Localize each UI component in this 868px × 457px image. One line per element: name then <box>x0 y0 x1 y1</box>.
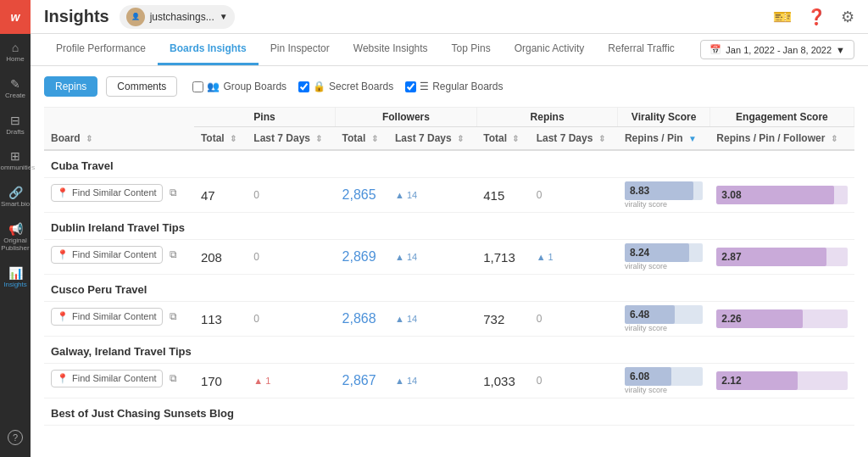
followers-total: 2,869 <box>336 240 388 275</box>
find-similar-label: Find Similar Content <box>72 311 157 321</box>
virality-score: 8.24 <box>630 247 649 259</box>
followers-last7-up: ▲ 14 <box>395 314 417 324</box>
followers-last7-header[interactable]: Last 7 Days ⇕ <box>388 127 476 151</box>
sidebar-label-publisher: Original Publisher <box>0 237 31 253</box>
board-col-header[interactable]: Board ⇕ <box>44 108 194 151</box>
pin-icon: 📍 <box>57 373 69 384</box>
tab-profile[interactable]: Profile Performance <box>44 34 158 65</box>
pins-last7-header[interactable]: Last 7 Days ⇕ <box>247 127 335 151</box>
engagement-bar: 2.26 <box>716 309 847 328</box>
tab-boards[interactable]: Boards Insights <box>158 34 259 65</box>
sidebar-label-smartbio: Smart.bio <box>1 201 30 209</box>
engagement-header[interactable]: Repins / Pin / Follower ⇕ <box>709 127 854 151</box>
followers-last7-cell: ▲ 14 <box>388 364 476 398</box>
sidebar-item-drafts[interactable]: ⊟ Drafts <box>0 107 31 143</box>
account-selector[interactable]: 👤 justchasings... ▼ <box>120 5 235 29</box>
help-header-icon[interactable]: ❓ <box>807 8 826 26</box>
nav-tabs: Profile Performance Boards Insights Pin … <box>31 34 868 66</box>
pins-total: 113 <box>194 302 247 337</box>
pins-last7-cell: 0 <box>247 302 335 337</box>
filter-row: Repins Comments 👥 Group Boards 🔒 Secret … <box>44 76 854 97</box>
pins-last7-cell: 0 <box>247 240 335 275</box>
main-content: Insights 👤 justchasings... ▼ 🎫 ❓ ⚙ Profi… <box>31 0 868 457</box>
followers-last7-cell: ▲ 14 <box>388 178 476 213</box>
repins-button[interactable]: Repins <box>44 76 97 97</box>
sidebar-item-insights[interactable]: 📊 Insights <box>0 259 31 296</box>
repins-total-header[interactable]: Total ⇕ <box>476 127 529 151</box>
board-name: Cusco Peru Travel <box>44 275 854 302</box>
date-range-picker[interactable]: 📅 Jan 1, 2022 - Jan 8, 2022 ▼ <box>700 40 854 59</box>
repins-last7-cell: 0 <box>530 302 618 337</box>
virality-header[interactable]: Repins / Pin ▼ <box>618 127 709 151</box>
sidebar-label-create: Create <box>5 92 25 100</box>
repins-last7-cell: 0 <box>530 364 618 398</box>
find-similar-button[interactable]: 📍 Find Similar Content <box>51 308 163 326</box>
find-similar-label: Find Similar Content <box>72 187 157 198</box>
account-name: justchasings... <box>150 11 214 23</box>
date-range-text: Jan 1, 2022 - Jan 8, 2022 <box>726 45 832 55</box>
tab-top-pins[interactable]: Top Pins <box>440 34 503 65</box>
engagement-bar: 2.87 <box>716 248 847 266</box>
virality-score: 6.48 <box>630 309 649 320</box>
pins-total-header[interactable]: Total ⇕ <box>194 127 247 151</box>
followers-total: 2,867 <box>336 364 388 398</box>
secret-boards-label: Secret Boards <box>329 81 393 92</box>
virality-score: 6.08 <box>630 371 649 382</box>
group-boards-checkbox[interactable] <box>192 81 203 92</box>
sidebar-label-communities: Communities <box>0 164 35 172</box>
group-boards-icon: 👥 <box>207 81 220 92</box>
action-row: 📍 Find Similar Content ⧉ <box>51 308 187 331</box>
followers-total: 2,868 <box>336 302 388 337</box>
engagement-score: 2.26 <box>721 313 741 325</box>
sidebar-item-communities[interactable]: ⊞ Communities <box>0 142 31 179</box>
group-boards-label: Group Boards <box>223 81 287 92</box>
sidebar-item-create[interactable]: ✎ Create <box>0 70 31 107</box>
boards-table-wrap: Board ⇕ Pins Followers Repins Virality S… <box>44 107 854 426</box>
action-row: 📍 Find Similar Content ⧉ <box>51 184 187 207</box>
home-icon: ⌂ <box>12 41 19 54</box>
tab-website[interactable]: Website Insights <box>342 34 440 65</box>
help-icon: ? <box>8 430 23 445</box>
group-boards-filter[interactable]: 👥 Group Boards <box>192 81 287 92</box>
sidebar-item-help[interactable]: ? <box>0 423 31 452</box>
repins-last7: 0 <box>537 313 542 325</box>
tab-referral[interactable]: Referral Traffic <box>596 34 686 65</box>
followers-total-header[interactable]: Total ⇕ <box>336 127 388 151</box>
secret-boards-filter[interactable]: 🔒 Secret Boards <box>298 81 393 92</box>
followers-total: 2,865 <box>336 178 388 213</box>
regular-boards-checkbox[interactable] <box>405 81 416 92</box>
find-similar-button[interactable]: 📍 Find Similar Content <box>51 370 163 387</box>
tab-pin-inspector[interactable]: Pin Inspector <box>259 34 342 65</box>
pins-last7-up: ▲ 1 <box>253 376 270 386</box>
repins-group-header: Repins <box>476 108 618 127</box>
comments-button[interactable]: Comments <box>106 76 177 97</box>
sidebar-item-publisher[interactable]: 📢 Original Publisher <box>0 215 31 259</box>
find-similar-button[interactable]: 📍 Find Similar Content <box>51 184 163 202</box>
virality-label: virality score <box>625 386 703 394</box>
repins-last7-header[interactable]: Last 7 Days ⇕ <box>530 127 618 151</box>
followers-group-header: Followers <box>336 108 477 127</box>
settings-icon[interactable]: ⚙ <box>841 8 854 26</box>
open-link-icon[interactable]: ⧉ <box>170 372 177 384</box>
sidebar-item-home[interactable]: ⌂ Home <box>0 34 31 70</box>
app-logo: w <box>0 0 31 34</box>
tab-organic[interactable]: Organic Activity <box>503 34 597 65</box>
engagement-score: 3.08 <box>721 189 741 201</box>
sidebar-item-smartbio[interactable]: 🔗 Smart.bio <box>0 179 31 215</box>
open-link-icon[interactable]: ⧉ <box>170 248 177 260</box>
pins-group-header: Pins <box>194 108 336 127</box>
followers-last7-up: ▲ 14 <box>395 376 417 386</box>
boards-table: Board ⇕ Pins Followers Repins Virality S… <box>44 107 854 426</box>
secret-boards-checkbox[interactable] <box>298 81 309 92</box>
find-similar-label: Find Similar Content <box>72 373 157 383</box>
followers-last7-cell: ▲ 14 <box>388 302 476 337</box>
badge-icon[interactable]: 🎫 <box>773 8 792 26</box>
repins-total: 1,033 <box>476 364 529 398</box>
engagement-cell: 2.12 <box>709 364 854 398</box>
engagement-score: 2.87 <box>721 251 741 263</box>
find-similar-button[interactable]: 📍 Find Similar Content <box>51 246 163 264</box>
regular-boards-filter[interactable]: ☰ Regular Boards <box>405 81 503 92</box>
open-link-icon[interactable]: ⧉ <box>170 187 177 198</box>
open-link-icon[interactable]: ⧉ <box>170 310 177 322</box>
content-area: Repins Comments 👥 Group Boards 🔒 Secret … <box>31 66 868 457</box>
